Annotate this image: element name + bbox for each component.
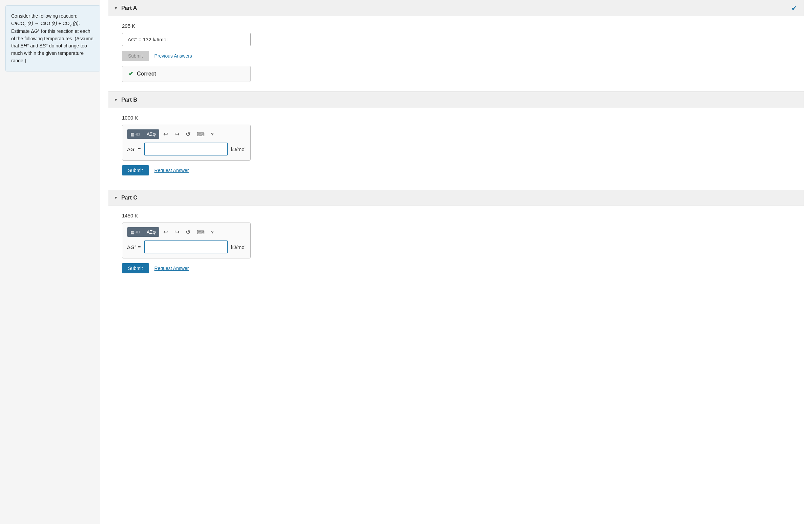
part-c-help-button[interactable]: ? bbox=[209, 228, 216, 236]
part-b-reset-button[interactable]: ↺ bbox=[184, 129, 193, 139]
part-c-request-answer-link[interactable]: Request Answer bbox=[155, 265, 189, 271]
part-c-header: ▼ Part C bbox=[109, 190, 804, 206]
part-b-unit: kJ/mol bbox=[231, 146, 246, 152]
correct-check-icon: ✔ bbox=[128, 70, 133, 78]
part-c-math-input-area: ▦ √□ ΑΣφ ↩ ↪ ↺ ⌨ ? ΔG° = bbox=[122, 223, 251, 259]
part-c-chevron-icon[interactable]: ▼ bbox=[114, 195, 118, 200]
main-content: ▼ Part A ✔ 295 K ΔG° = 132 kJ/mol Submit… bbox=[100, 0, 812, 524]
part-b-greek-button[interactable]: ΑΣφ bbox=[143, 129, 159, 139]
problem-text: Consider the following reaction: CaCO3 (… bbox=[11, 13, 95, 64]
part-b-answer-input[interactable] bbox=[144, 143, 228, 155]
part-a-submit-row: Submit Previous Answers bbox=[122, 51, 790, 61]
problem-description: Consider the following reaction: CaCO3 (… bbox=[5, 5, 100, 71]
part-c-greek-label: ΑΣφ bbox=[147, 229, 156, 235]
part-c-matrix-icon: ▦ bbox=[130, 230, 134, 235]
part-c-greek-button[interactable]: ΑΣφ bbox=[143, 227, 159, 237]
part-b-keyboard-button[interactable]: ⌨ bbox=[195, 130, 207, 139]
part-b-input-row: ΔG° = kJ/mol bbox=[127, 143, 246, 155]
part-b-temperature: 1000 K bbox=[122, 115, 790, 120]
part-b-submit-row: Submit Request Answer bbox=[122, 165, 790, 176]
part-a-complete-icon: ✔ bbox=[791, 4, 797, 12]
part-b-help-button[interactable]: ? bbox=[209, 130, 216, 138]
part-a-temperature: 295 K bbox=[122, 23, 790, 29]
part-c-temperature: 1450 K bbox=[122, 213, 790, 218]
part-a-previous-answers-link[interactable]: Previous Answers bbox=[155, 53, 192, 59]
part-c-submit-button[interactable]: Submit bbox=[122, 263, 149, 273]
part-b-submit-button[interactable]: Submit bbox=[122, 165, 149, 176]
part-a-section: ▼ Part A ✔ 295 K ΔG° = 132 kJ/mol Submit… bbox=[109, 0, 804, 92]
part-a-answer-display: ΔG° = 132 kJ/mol bbox=[122, 33, 251, 46]
part-c-toolbar: ▦ √□ ΑΣφ ↩ ↪ ↺ ⌨ ? bbox=[127, 227, 246, 237]
part-c-math-label: ΔG° = bbox=[127, 244, 141, 250]
part-c-redo-button[interactable]: ↪ bbox=[173, 227, 182, 237]
part-a-body: 295 K ΔG° = 132 kJ/mol Submit Previous A… bbox=[109, 16, 804, 92]
part-c-title: Part C bbox=[121, 195, 137, 201]
part-a-answer-text: ΔG° = 132 kJ/mol bbox=[128, 37, 167, 42]
part-a-chevron-icon[interactable]: ▼ bbox=[114, 6, 118, 11]
part-b-chevron-icon[interactable]: ▼ bbox=[114, 98, 118, 102]
part-c-input-row: ΔG° = kJ/mol bbox=[127, 241, 246, 253]
part-b-matrix-icon: ▦ bbox=[130, 132, 134, 137]
part-b-toolbar-group: ▦ √□ ΑΣφ bbox=[127, 129, 159, 139]
part-c-submit-row: Submit Request Answer bbox=[122, 263, 790, 273]
part-b-title: Part B bbox=[121, 97, 137, 103]
part-a-header: ▼ Part A ✔ bbox=[109, 0, 804, 16]
part-c-keyboard-button[interactable]: ⌨ bbox=[195, 228, 207, 237]
part-c-undo-button[interactable]: ↩ bbox=[161, 227, 170, 237]
part-b-header: ▼ Part B bbox=[109, 92, 804, 108]
part-c-unit: kJ/mol bbox=[231, 244, 246, 250]
part-b-section: ▼ Part B 1000 K ▦ √□ ΑΣφ ↩ bbox=[109, 92, 804, 190]
part-b-math-input-area: ▦ √□ ΑΣφ ↩ ↪ ↺ ⌨ ? ΔG° = bbox=[122, 125, 251, 161]
part-b-matrix-button[interactable]: ▦ √□ bbox=[127, 129, 143, 139]
part-c-sqrt-icon: √□ bbox=[135, 230, 140, 234]
part-b-redo-button[interactable]: ↪ bbox=[173, 129, 182, 139]
part-a-submit-button[interactable]: Submit bbox=[122, 51, 149, 61]
part-c-toolbar-group: ▦ √□ ΑΣφ bbox=[127, 227, 159, 237]
part-a-correct-box: ✔ Correct bbox=[122, 66, 251, 82]
part-b-sqrt-icon: √□ bbox=[135, 132, 140, 136]
part-c-section: ▼ Part C 1450 K ▦ √□ ΑΣφ ↩ bbox=[109, 190, 804, 288]
part-c-matrix-button[interactable]: ▦ √□ bbox=[127, 227, 143, 237]
part-b-greek-label: ΑΣφ bbox=[147, 131, 156, 137]
part-b-math-label: ΔG° = bbox=[127, 146, 141, 152]
part-c-body: 1450 K ▦ √□ ΑΣφ ↩ ↪ ↺ ⌨ bbox=[109, 206, 804, 288]
part-c-reset-button[interactable]: ↺ bbox=[184, 227, 193, 237]
part-b-request-answer-link[interactable]: Request Answer bbox=[155, 168, 189, 173]
part-b-toolbar: ▦ √□ ΑΣφ ↩ ↪ ↺ ⌨ ? bbox=[127, 129, 246, 139]
part-a-title: Part A bbox=[121, 5, 137, 11]
correct-label: Correct bbox=[137, 71, 156, 77]
part-b-undo-button[interactable]: ↩ bbox=[161, 129, 170, 139]
part-c-answer-input[interactable] bbox=[144, 241, 228, 253]
part-b-body: 1000 K ▦ √□ ΑΣφ ↩ ↪ ↺ ⌨ bbox=[109, 108, 804, 190]
